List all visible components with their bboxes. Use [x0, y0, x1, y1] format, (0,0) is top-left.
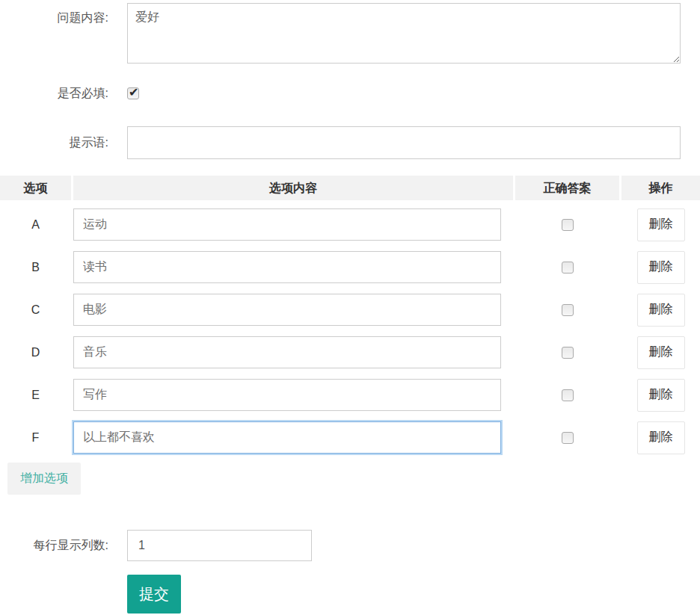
- correct-answer-checkbox[interactable]: [562, 347, 574, 359]
- delete-button[interactable]: 删除: [637, 379, 685, 412]
- columns-per-row-label: 每行显示列数:: [0, 538, 108, 553]
- option-content-input[interactable]: [73, 208, 501, 241]
- correct-answer-checkbox[interactable]: [562, 219, 574, 231]
- hint-input[interactable]: [127, 126, 681, 159]
- correct-answer-cell: [515, 374, 619, 416]
- option-content-cell: [73, 288, 513, 331]
- delete-button[interactable]: 删除: [637, 251, 685, 284]
- question-content-row: 问题内容: 爱好: [0, 3, 700, 64]
- correct-answer-cell: [515, 246, 619, 288]
- option-letter: C: [0, 288, 71, 331]
- option-content-input[interactable]: [73, 421, 501, 454]
- correct-answer-checkbox[interactable]: [562, 262, 574, 273]
- question-content-label: 问题内容:: [0, 3, 108, 25]
- option-letter: A: [0, 203, 71, 246]
- action-cell: 删除: [621, 331, 700, 374]
- add-option-button[interactable]: 增加选项: [7, 463, 81, 495]
- action-cell: 删除: [621, 416, 700, 459]
- submit-button[interactable]: 提交: [127, 575, 181, 614]
- question-content-textarea[interactable]: 爱好: [127, 3, 681, 64]
- option-letter: E: [0, 374, 71, 416]
- option-content-cell: [73, 374, 513, 416]
- hint-row: 提示语:: [0, 126, 700, 159]
- action-cell: 删除: [621, 288, 700, 331]
- header-correct-answer: 正确答案: [515, 176, 619, 200]
- option-content-input[interactable]: [73, 251, 501, 283]
- correct-answer-checkbox[interactable]: [562, 432, 574, 444]
- question-editor-form: 问题内容: 爱好 是否必填: 提示语: 选项 选项内容 正确答案 操作 A 删除…: [0, 0, 700, 614]
- option-content-cell: [73, 331, 513, 374]
- correct-answer-cell: [515, 203, 619, 246]
- correct-answer-checkbox[interactable]: [562, 389, 574, 401]
- delete-button[interactable]: 删除: [637, 294, 685, 327]
- columns-per-row-input[interactable]: [127, 530, 312, 561]
- delete-button[interactable]: 删除: [637, 208, 685, 241]
- option-letter: D: [0, 331, 71, 374]
- option-content-cell: [73, 246, 513, 288]
- delete-button[interactable]: 删除: [637, 421, 685, 454]
- option-content-input[interactable]: [73, 294, 501, 326]
- option-letter: F: [0, 416, 71, 459]
- correct-answer-cell: [515, 416, 619, 459]
- delete-button[interactable]: 删除: [637, 336, 685, 369]
- header-option-content: 选项内容: [73, 176, 513, 200]
- option-content-cell: [73, 203, 513, 246]
- header-action: 操作: [621, 176, 700, 200]
- required-label: 是否必填:: [0, 86, 108, 101]
- header-option: 选项: [0, 176, 71, 200]
- correct-answer-cell: [515, 288, 619, 331]
- action-cell: 删除: [621, 203, 700, 246]
- option-content-input[interactable]: [73, 379, 501, 411]
- required-checkbox[interactable]: [127, 87, 139, 99]
- action-cell: 删除: [621, 374, 700, 416]
- option-content-cell: [73, 416, 513, 459]
- correct-answer-cell: [515, 331, 619, 374]
- columns-per-row-row: 每行显示列数:: [0, 530, 700, 561]
- action-cell: 删除: [621, 246, 700, 288]
- correct-answer-checkbox[interactable]: [562, 304, 574, 316]
- hint-label: 提示语:: [0, 135, 108, 150]
- options-table: 选项 选项内容 正确答案 操作 A 删除 B 删除 C 删除 D 删除 E: [0, 176, 700, 459]
- option-content-input[interactable]: [73, 336, 501, 368]
- option-letter: B: [0, 246, 71, 288]
- required-row: 是否必填:: [0, 86, 700, 101]
